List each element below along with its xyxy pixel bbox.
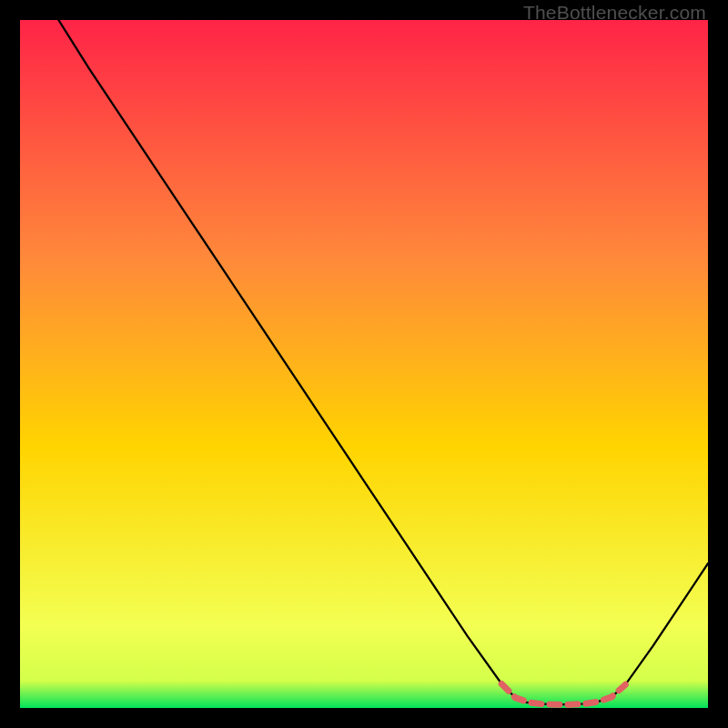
gradient-background xyxy=(20,20,708,708)
chart-frame xyxy=(20,20,708,708)
watermark-text: TheBottlenecker.com xyxy=(523,2,706,24)
bottleneck-chart xyxy=(20,20,708,708)
